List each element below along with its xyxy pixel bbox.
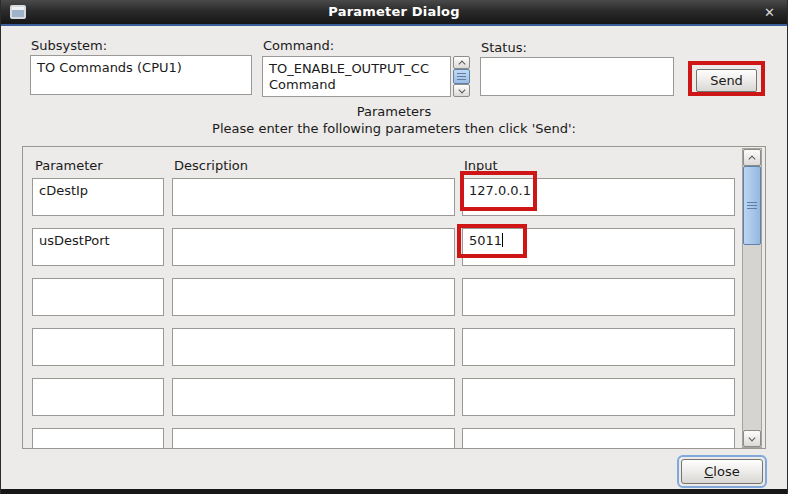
titlebar: Parameter Dialog ✕ <box>1 0 787 26</box>
text-cursor <box>502 233 503 247</box>
window-bottom-edge <box>1 489 787 494</box>
close-accel: C <box>704 464 713 479</box>
command-field[interactable]: TO_ENABLE_OUTPUT_CC Command <box>262 56 451 97</box>
grip-icon <box>747 202 757 209</box>
close-icon[interactable]: ✕ <box>764 4 775 22</box>
parameter-description-field[interactable] <box>172 428 455 449</box>
command-label: Command: <box>263 38 334 53</box>
scroll-down-button[interactable] <box>743 430 761 447</box>
parameter-input-field[interactable]: 5011 <box>462 228 735 266</box>
parameter-name-field[interactable] <box>32 278 164 316</box>
command-scrollbar-thumb[interactable] <box>453 69 470 84</box>
parameter-input-field[interactable] <box>462 328 735 366</box>
input-value: 5011 <box>469 233 502 248</box>
parameter-input-field[interactable] <box>462 428 735 449</box>
parameter-description-field[interactable] <box>172 178 455 216</box>
chevron-down-icon <box>458 86 465 93</box>
parameter-description-field[interactable] <box>172 378 455 416</box>
scroll-up-button[interactable] <box>743 149 761 166</box>
column-header-parameter: Parameter <box>35 158 103 173</box>
parameter-name-field[interactable] <box>32 328 164 366</box>
window-title: Parameter Dialog <box>1 4 787 19</box>
subsystem-field[interactable]: TO Commands (CPU1) <box>30 55 252 95</box>
send-button[interactable]: Send <box>696 69 757 92</box>
column-header-input: Input <box>464 158 498 173</box>
parameter-name-field[interactable]: usDestPort <box>32 228 164 266</box>
parameter-description-field[interactable] <box>172 228 455 266</box>
close-button[interactable]: Close <box>681 459 763 484</box>
annotation-rect-send: Send <box>688 61 765 96</box>
subsystem-label: Subsystem: <box>31 38 107 53</box>
column-header-description: Description <box>174 158 248 173</box>
parameter-input-field[interactable] <box>462 278 735 316</box>
parameter-description-field[interactable] <box>172 278 455 316</box>
parameter-input-field[interactable]: 127.0.0.1 <box>462 178 735 216</box>
parameter-description-field[interactable] <box>172 328 455 366</box>
parameter-name-field[interactable] <box>32 378 164 416</box>
chevron-up-icon <box>748 155 755 162</box>
parameter-name-field[interactable] <box>32 428 164 449</box>
close-rest: lose <box>713 464 739 479</box>
close-button-focus-ring: Close <box>677 455 767 488</box>
chevron-up-icon <box>458 60 465 67</box>
scroll-up-button[interactable] <box>453 56 470 69</box>
parameter-input-field[interactable] <box>462 378 735 416</box>
parameter-dialog: Parameter Dialog ✕ Subsystem: TO Command… <box>0 0 788 494</box>
grip-icon <box>457 73 466 80</box>
command-scrollbar[interactable] <box>453 56 470 97</box>
status-label: Status: <box>481 40 527 55</box>
input-value: 127.0.0.1 <box>469 183 531 198</box>
panel-scrollbar-thumb[interactable] <box>743 166 761 245</box>
parameter-name-field[interactable]: cDestIp <box>32 178 164 216</box>
parameters-panel: Parameter Description Input cDestIp 127.… <box>22 146 766 449</box>
parameters-heading: Parameters <box>1 104 787 119</box>
scroll-down-button[interactable] <box>453 84 470 97</box>
panel-scrollbar[interactable] <box>742 148 762 448</box>
chevron-down-icon <box>748 434 755 441</box>
parameters-instruction: Please enter the following parameters th… <box>1 121 787 136</box>
status-field[interactable] <box>480 57 674 96</box>
